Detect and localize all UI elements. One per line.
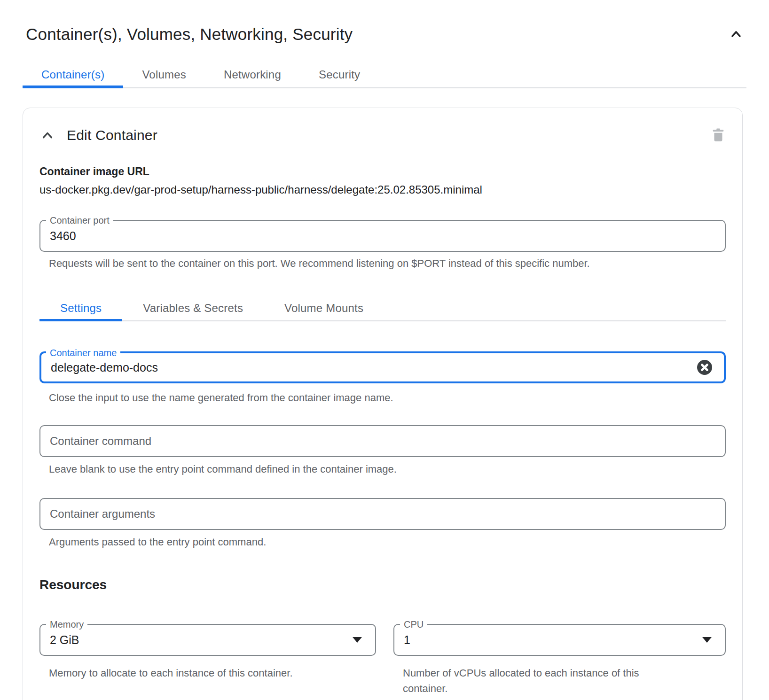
container-port-helper: Requests will be sent to the container o… xyxy=(39,257,726,270)
main-tabbar: Container(s) Volumes Networking Security xyxy=(23,62,746,88)
collapse-section-button[interactable] xyxy=(728,26,745,43)
cpu-helper: Number of vCPUs allocated to each instan… xyxy=(393,665,659,696)
chevron-up-icon xyxy=(729,27,744,42)
memory-select[interactable]: Memory 2 GiB xyxy=(39,624,376,656)
cpu-column: CPU 1 Number of vCPUs allocated to each … xyxy=(393,624,726,696)
page-title: Container(s), Volumes, Networking, Secur… xyxy=(26,23,353,45)
edit-container-card: Edit Container Container image URL us-do… xyxy=(23,108,743,700)
trash-icon xyxy=(711,128,725,143)
cancel-icon[interactable] xyxy=(697,359,713,375)
container-port-value: 3460 xyxy=(40,229,76,243)
resources-row: Memory 2 GiB Memory to allocate to each … xyxy=(39,624,726,696)
tab-label: Settings xyxy=(60,302,102,315)
tab-label: Networking xyxy=(224,68,281,81)
tab-label: Volumes xyxy=(142,68,186,81)
tab-security[interactable]: Security xyxy=(300,62,379,87)
container-port-input[interactable]: Container port 3460 xyxy=(39,220,726,252)
tab-volume-mounts[interactable]: Volume Mounts xyxy=(264,296,384,320)
container-name-value: delegate-demo-docs xyxy=(41,361,158,374)
container-port-label: Container port xyxy=(46,214,113,226)
cpu-label: CPU xyxy=(400,618,427,630)
container-name-input[interactable]: Container name delegate-demo-docs xyxy=(39,351,726,383)
memory-label: Memory xyxy=(46,618,87,630)
arrow-drop-down-icon xyxy=(353,637,362,643)
tab-label: Variables & Secrets xyxy=(143,302,243,315)
tab-settings[interactable]: Settings xyxy=(39,296,122,320)
tab-label: Security xyxy=(319,68,360,81)
container-arguments-input[interactable]: Container arguments xyxy=(39,498,726,530)
container-image-url-label: Container image URL xyxy=(39,165,726,178)
tab-containers[interactable]: Container(s) xyxy=(23,62,123,87)
tab-label: Container(s) xyxy=(41,68,104,81)
section-header: Container(s), Volumes, Networking, Secur… xyxy=(0,0,769,45)
memory-value: 2 GiB xyxy=(40,633,79,647)
container-inner-tabbar: Settings Variables & Secrets Volume Moun… xyxy=(39,296,726,321)
container-command-label: Container command xyxy=(40,435,151,448)
resources-heading: Resources xyxy=(39,577,726,593)
container-arguments-helper: Arguments passed to the entry point comm… xyxy=(39,536,726,548)
memory-column: Memory 2 GiB Memory to allocate to each … xyxy=(39,624,376,696)
container-command-input[interactable]: Container command xyxy=(39,425,726,457)
tab-variables-secrets[interactable]: Variables & Secrets xyxy=(122,296,264,320)
card-title: Edit Container xyxy=(67,127,157,143)
tab-networking[interactable]: Networking xyxy=(205,62,300,87)
tab-volumes[interactable]: Volumes xyxy=(123,62,204,87)
cpu-select[interactable]: CPU 1 xyxy=(393,624,726,656)
arrow-drop-down-icon xyxy=(702,637,712,643)
memory-helper: Memory to allocate to each instance of t… xyxy=(39,665,376,681)
chevron-up-icon xyxy=(40,128,55,142)
cpu-value: 1 xyxy=(394,633,410,647)
collapse-card-button[interactable] xyxy=(39,127,55,143)
container-name-label: Container name xyxy=(46,347,120,359)
container-name-helper: Close the input to use the name generate… xyxy=(39,392,726,404)
container-image-url-value: us-docker.pkg.dev/gar-prod-setup/harness… xyxy=(39,183,726,196)
container-arguments-label: Container arguments xyxy=(40,507,155,521)
container-command-helper: Leave blank to use the entry point comma… xyxy=(39,463,726,475)
delete-container-button[interactable] xyxy=(711,127,726,143)
tab-label: Volume Mounts xyxy=(284,302,363,315)
edit-container-header: Edit Container xyxy=(39,122,726,148)
